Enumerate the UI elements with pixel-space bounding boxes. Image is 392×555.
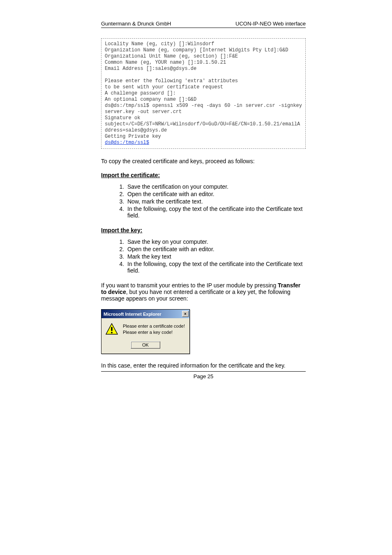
page-number: Page 25 <box>101 373 306 379</box>
intro-paragraph: To copy the created certificate and keys… <box>101 158 306 164</box>
dialog-content: Please enter a certificate code! Please … <box>106 323 185 335</box>
transfer-suffix: , but you have not entered a certificate… <box>101 289 291 302</box>
terminal-output: Locality Name (eg, city) []:Wilnsdorf Or… <box>101 38 306 149</box>
terminal-line: Getting Private key <box>105 134 161 139</box>
terminal-line: to be sent with your certificate request <box>105 84 223 90</box>
terminal-line: Common Name (eg, YOUR name) []:10.1.50.2… <box>105 60 226 65</box>
terminal-line: An optional company name []:G&D <box>105 97 196 102</box>
terminal-line: Organizational Unit Name (eg, section) [… <box>105 53 238 59</box>
terminal-line: Please enter the following 'extra' attri… <box>105 78 238 84</box>
terminal-prompt-link: ds@ds:/tmp/ssl$ <box>105 140 149 146</box>
terminal-line: A challenge password []: <box>105 90 176 96</box>
svg-rect-1 <box>111 327 113 331</box>
list-item: Open the certificate with an editor. <box>126 246 306 252</box>
dialog-line1: Please enter a certificate code! <box>123 323 185 329</box>
svg-point-2 <box>111 332 113 333</box>
warning-icon <box>106 323 118 335</box>
terminal-line: ds@ds:/tmp/ssl$ openssl x509 -req -days … <box>105 103 305 115</box>
closing-paragraph: In this case, enter the required informa… <box>101 362 306 369</box>
header-rule <box>101 28 306 28</box>
list-item: Now, mark the certificate text. <box>126 198 306 205</box>
transfer-prefix: If you want to transmit your entries to … <box>101 282 278 289</box>
list-item: Save the certification on your computer. <box>126 183 306 190</box>
transfer-paragraph: If you want to transmit your entries to … <box>101 282 306 302</box>
terminal-line: Email Address []:sales@gdsys.de <box>105 66 196 72</box>
import-key-heading: Import the key: <box>101 227 306 234</box>
dialog-message: Please enter a certificate code! Please … <box>123 323 185 335</box>
list-item: Save the key on your computer. <box>126 238 306 245</box>
page-header: Guntermann & Drunck GmbH UCON-IP-NEO Web… <box>101 21 306 27</box>
list-item: In the following, copy the text of the c… <box>126 206 306 219</box>
dialog-line2: Please enter a key code! <box>123 329 185 335</box>
terminal-line: subject=/C=DE/ST=NRW/L=Wilnsdorf/O=GuD/O… <box>105 121 300 133</box>
header-left: Guntermann & Drunck GmbH <box>101 21 171 27</box>
ok-button[interactable]: OK <box>131 341 160 349</box>
document-page: Guntermann & Drunck GmbH UCON-IP-NEO Web… <box>0 0 392 555</box>
dialog-body: Please enter a certificate code! Please … <box>101 318 189 354</box>
import-certificate-heading: Import the certificate: <box>101 172 306 178</box>
header-right: UCON-IP-NEO Web interface <box>235 21 306 27</box>
dialog-buttons: OK <box>106 341 185 349</box>
dialog-title-text: Microsoft Internet Explorer <box>104 312 161 317</box>
close-icon[interactable]: × <box>182 311 189 317</box>
dialog-titlebar: Microsoft Internet Explorer × <box>101 310 189 318</box>
import-certificate-steps: Save the certification on your computer.… <box>101 183 306 219</box>
list-item: Open the certificate with an editor. <box>126 191 306 197</box>
import-key-steps: Save the key on your computer. Open the … <box>101 238 306 274</box>
alert-dialog: Microsoft Internet Explorer × Please ent… <box>101 309 190 354</box>
list-item: In the following, copy the text of the c… <box>126 261 306 274</box>
list-item: Mark the key text <box>126 253 306 260</box>
terminal-line: Organization Name (eg, company) [Interne… <box>105 47 288 53</box>
terminal-line: Locality Name (eg, city) []:Wilnsdorf <box>105 41 214 47</box>
terminal-line: Signature ok <box>105 115 140 121</box>
footer-rule <box>101 371 306 372</box>
